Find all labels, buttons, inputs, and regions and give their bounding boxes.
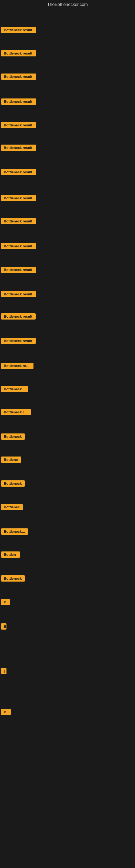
bottleneck-label-13: Bottleneck result [1,313,36,319]
bottleneck-label-24: Bottleneck [1,575,25,582]
bottleneck-label-20: Bottleneck [1,480,25,487]
bottleneck-row-21: Bottlenec [0,496,135,518]
bottleneck-row-3: Bottleneck result [0,66,135,87]
bottleneck-row-19: Bottlene [0,448,135,470]
bottleneck-row-7: Bottleneck result [0,161,135,183]
bottleneck-row-5: Bottleneck result [0,114,135,136]
bottleneck-row-25: Bo [0,591,135,613]
bottleneck-label-14: Bottleneck result [1,338,36,344]
bottleneck-label-8: Bottleneck result [1,195,36,201]
bottleneck-row-20: Bottleneck [0,472,135,494]
bottleneck-row-8: Bottleneck result [0,187,135,209]
bottleneck-row-14: Bottleneck result [0,330,135,351]
bottleneck-row-23: Bottlen [0,544,135,565]
bottleneck-row-27: | [0,660,135,682]
bottleneck-row-2: Bottleneck result [0,42,135,64]
bottleneck-label-28: Bot [1,709,11,715]
bottleneck-label-18: Bottleneck [1,433,25,440]
bottleneck-row-22: Bottleneck re [0,521,135,542]
bottleneck-label-15: Bottleneck result [1,363,34,369]
bottleneck-label-3: Bottleneck result [1,73,36,80]
bottleneck-label-11: Bottleneck result [1,267,36,273]
bottleneck-row-18: Bottleneck [0,426,135,447]
bottleneck-label-19: Bottlene [1,457,21,463]
bottleneck-label-12: Bottleneck result [1,291,36,297]
bottleneck-label-4: Bottleneck result [1,98,36,105]
bottleneck-row-24: Bottleneck [0,567,135,589]
bottleneck-label-10: Bottleneck result [1,243,36,249]
bottleneck-row-9: Bottleneck result [0,210,135,232]
bottleneck-label-9: Bottleneck result [1,218,36,224]
bottleneck-label-1: Bottleneck result [1,27,36,33]
bottleneck-row-1: Bottleneck result [0,19,135,41]
bottleneck-row-6: Bottleneck result [0,137,135,158]
bottleneck-label-17: Bottleneck resul [1,409,31,415]
bottleneck-label-16: Bottleneck re [1,386,28,392]
bottleneck-row-17: Bottleneck resul [0,401,135,423]
bottleneck-label-7: Bottleneck result [1,169,36,175]
bottleneck-row-10: Bottleneck result [0,235,135,257]
bottleneck-label-22: Bottleneck re [1,528,28,535]
bottleneck-label-5: Bottleneck result [1,122,36,128]
bottleneck-label-21: Bottlenec [1,504,23,510]
bottleneck-label-6: Bottleneck result [1,145,36,151]
site-title: TheBottlenecker.com [0,0,135,9]
bottleneck-row-11: Bottleneck result [0,259,135,280]
bottleneck-label-27: | [1,668,6,674]
bottleneck-label-23: Bottlen [1,552,20,558]
bottleneck-row-4: Bottleneck result [0,91,135,112]
bottleneck-row-15: Bottleneck result [0,355,135,376]
bottleneck-row-13: Bottleneck result [0,305,135,327]
bottleneck-row-26: B [0,616,135,637]
bottleneck-label-2: Bottleneck result [1,50,36,56]
bottleneck-label-26: B [1,623,6,629]
bottleneck-row-16: Bottleneck re [0,378,135,400]
bottleneck-row-12: Bottleneck result [0,283,135,305]
bottleneck-label-25: Bo [1,599,10,605]
bottleneck-row-28: Bot [0,701,135,723]
